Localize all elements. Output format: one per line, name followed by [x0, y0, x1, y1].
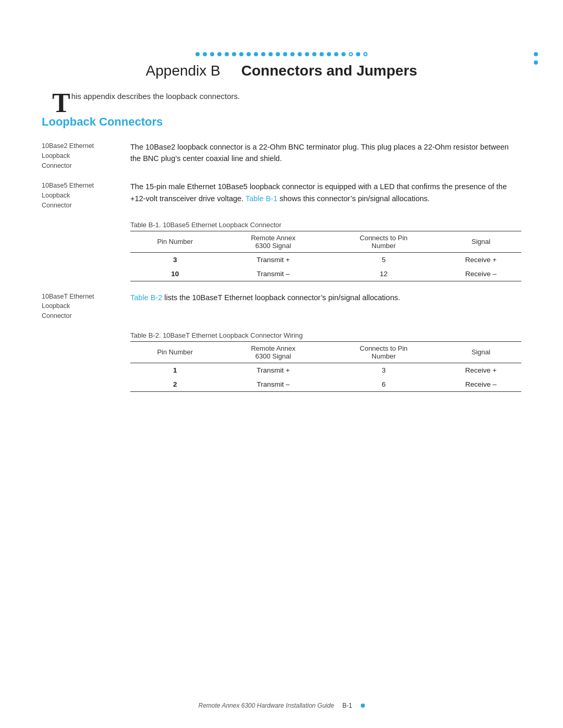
table2-col-signal: Remote Annex6300 Signal: [220, 341, 327, 363]
sidebar-10base5: 10Base5 EthernetLoopbackConnector: [42, 181, 130, 210]
intro-text: his appendix describes the loopback conn…: [71, 92, 240, 101]
right-decorative-dots: [534, 52, 538, 65]
table-row: 3 Transmit + 5 Receive +: [130, 252, 521, 267]
table2-row1-pin: 1: [130, 363, 220, 377]
dot-19: [327, 52, 331, 56]
table2-caption: Table B-2. 10BaseT Ethernet Loopback Con…: [130, 331, 521, 339]
connector-row-10base2: 10Base2 EthernetLoopbackConnector The 10…: [42, 141, 521, 170]
content-area: T his appendix describes the loopback co…: [0, 92, 563, 392]
table2-wrapper: Table B-2. 10BaseT Ethernet Loopback Con…: [42, 331, 521, 392]
table1-row1-connects: 5: [327, 252, 440, 267]
big-letter-T: T: [52, 92, 70, 115]
dot-9: [254, 52, 258, 56]
table2-row1-signal2: Receive +: [440, 363, 521, 377]
appendix-title: Connectors and Jumpers: [241, 63, 418, 79]
dot-3: [210, 52, 214, 56]
table2-row1-connects: 3: [327, 363, 440, 377]
section-heading: Loopback Connectors: [42, 115, 521, 129]
dot-16: [305, 52, 309, 56]
dot-4: [217, 52, 222, 56]
table-row: 1 Transmit + 3 Receive +: [130, 363, 521, 377]
body-10base2: The 10Base2 loopback connector is a 22-O…: [130, 141, 521, 170]
header-dots-row: [0, 0, 563, 60]
dot-10: [261, 52, 265, 56]
table1-header: Pin Number Remote Annex6300 Signal Conne…: [130, 231, 521, 252]
footer-text: Remote Annex 6300 Hardware Installation …: [198, 702, 334, 709]
footer-dot-icon: [361, 704, 365, 708]
table1-row2-connects: 12: [327, 267, 440, 281]
table1-row2-signal: Transmit –: [220, 267, 327, 281]
body-10base5: The 15-pin male Ethernet 10Base5 loopbac…: [130, 181, 521, 210]
table1-row2-pin: 10: [130, 267, 220, 281]
dot-23: [356, 52, 360, 56]
dot-7: [239, 52, 243, 56]
page-footer: Remote Annex 6300 Hardware Installation …: [0, 702, 563, 709]
dot-13: [283, 52, 287, 56]
body-10base5-post: shows this connector’s pin/signal alloca…: [277, 194, 430, 203]
table1-row1-signal: Transmit +: [220, 252, 327, 267]
table1-wrapper: Table B-1. 10Base5 Ethernet Loopback Con…: [42, 221, 521, 281]
table1-col-signal2: Signal: [440, 231, 521, 252]
dot-22: [349, 52, 353, 56]
dot-14: [290, 52, 295, 56]
table-row: 2 Transmit – 6 Receive –: [130, 377, 521, 392]
table1-col-connects: Connects to PinNumber: [327, 231, 440, 252]
sidebar-10base2: 10Base2 EthernetLoopbackConnector: [42, 141, 130, 170]
table2-col-signal2: Signal: [440, 341, 521, 363]
table2-row2-pin: 2: [130, 377, 220, 392]
table2: Pin Number Remote Annex6300 Signal Conne…: [130, 341, 521, 392]
table1: Pin Number Remote Annex6300 Signal Conne…: [130, 231, 521, 281]
dot-1: [195, 52, 200, 56]
dot-6: [232, 52, 236, 56]
dot-20: [334, 52, 338, 56]
dot-18: [320, 52, 324, 56]
table1-col-pin: Pin Number: [130, 231, 220, 252]
table2-col-pin: Pin Number: [130, 341, 220, 363]
footer-page: B-1: [342, 702, 352, 709]
dot-17: [312, 52, 316, 56]
sidebar-10baset: 10BaseT EthernetLoopbackConnector: [42, 292, 130, 321]
dot-2: [203, 52, 207, 56]
table2-row2-connects: 6: [327, 377, 440, 392]
table1-caption: Table B-1. 10Base5 Ethernet Loopback Con…: [130, 221, 521, 229]
dot-21: [341, 52, 346, 56]
right-dot-2: [534, 60, 538, 65]
dot-12: [276, 52, 280, 56]
page-title-bar: Appendix B Connectors and Jumpers: [0, 60, 563, 92]
page-container: Appendix B Connectors and Jumpers T his …: [0, 0, 563, 728]
table-row: 10 Transmit – 12 Receive –: [130, 267, 521, 281]
table2-col-connects: Connects to PinNumber: [327, 341, 440, 363]
body-10baset: Table B-2 lists the 10BaseT Ethernet loo…: [130, 292, 521, 321]
table1-row1-signal2: Receive +: [440, 252, 521, 267]
dot-15: [298, 52, 302, 56]
connector-row-10base5: 10Base5 EthernetLoopbackConnector The 15…: [42, 181, 521, 210]
connector-row-10baset: 10BaseT EthernetLoopbackConnector Table …: [42, 292, 521, 321]
table-b2-link[interactable]: Table B-2: [130, 293, 162, 302]
dot-24: [363, 52, 368, 56]
table1-row2-signal2: Receive –: [440, 267, 521, 281]
dot-8: [247, 52, 251, 56]
appendix-label: Appendix B: [146, 63, 221, 79]
table1-col-signal: Remote Annex6300 Signal: [220, 231, 327, 252]
table2-header: Pin Number Remote Annex6300 Signal Conne…: [130, 341, 521, 363]
table2-body: 1 Transmit + 3 Receive + 2 Transmit – 6 …: [130, 363, 521, 391]
body-10baset-post: lists the 10BaseT Ethernet loopback conn…: [162, 293, 400, 302]
dot-11: [268, 52, 273, 56]
intro-paragraph: T his appendix describes the loopback co…: [42, 92, 521, 101]
table2-row2-signal: Transmit –: [220, 377, 327, 392]
table2-row2-signal2: Receive –: [440, 377, 521, 392]
dot-5: [225, 52, 229, 56]
table1-body: 3 Transmit + 5 Receive + 10 Transmit – 1…: [130, 252, 521, 281]
table-b1-link[interactable]: Table B-1: [246, 194, 277, 203]
right-dot-1: [534, 52, 538, 56]
table1-row1-pin: 3: [130, 252, 220, 267]
table2-row1-signal: Transmit +: [220, 363, 327, 377]
